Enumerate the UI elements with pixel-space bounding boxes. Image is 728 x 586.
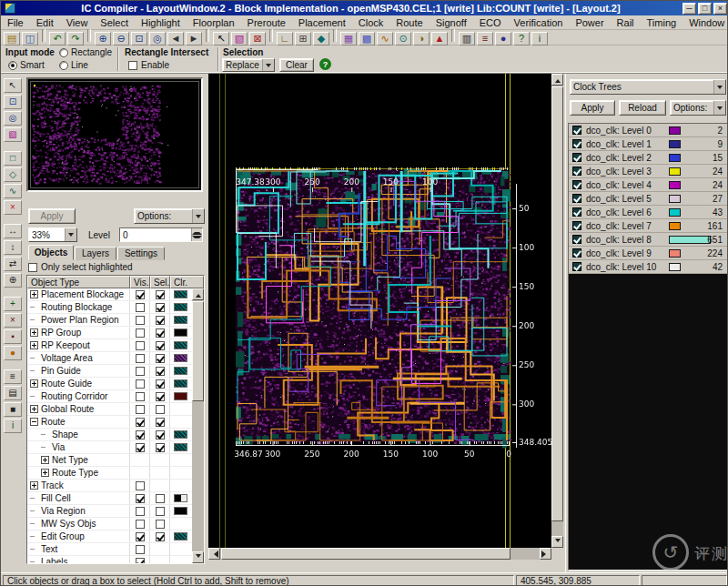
snap-icon[interactable]: ◆	[313, 32, 329, 45]
scroll-down-arrow[interactable]	[551, 536, 563, 548]
expand-icon[interactable]	[41, 456, 49, 464]
spin-down-icon[interactable]	[192, 235, 202, 241]
attributes-icon[interactable]: ≡	[4, 369, 22, 384]
minimize-button[interactable]: ─	[682, 3, 696, 15]
delete-object-icon[interactable]: ×	[4, 200, 22, 215]
menu-verification[interactable]: Verification	[508, 16, 570, 29]
clock-level-color-swatch[interactable]	[669, 195, 681, 203]
color-swatch[interactable]	[174, 507, 187, 515]
layout-viewport[interactable]	[208, 74, 551, 548]
apply-button[interactable]: Apply	[28, 208, 76, 224]
selectability-checkbox[interactable]	[156, 532, 165, 541]
enable-checkbox[interactable]	[128, 61, 137, 70]
clock-level-color-swatch[interactable]	[669, 126, 681, 135]
create-path-icon[interactable]: ∿	[4, 184, 22, 198]
object-type-row[interactable]: Route	[27, 416, 192, 429]
visibility-checkbox[interactable]	[136, 545, 145, 554]
column-object-type[interactable]: Object Type	[27, 276, 130, 288]
object-type-row[interactable]: MW Sys Objs	[27, 518, 192, 530]
radio-rectangle-icon[interactable]	[59, 48, 68, 57]
object-type-row[interactable]: Shape	[27, 429, 192, 441]
object-type-row[interactable]: Route Type	[27, 467, 192, 480]
placement-icon[interactable]: ▩	[359, 32, 375, 45]
clock-level-checkbox[interactable]	[572, 207, 581, 217]
color-swatch[interactable]	[174, 430, 187, 439]
info-tool-icon[interactable]: i	[4, 419, 22, 433]
clock-level-row[interactable]: dco_clk: Level 9224	[569, 247, 727, 260]
timing-icon[interactable]: ◑	[413, 32, 430, 45]
visibility-checkbox[interactable]	[136, 341, 145, 350]
visibility-checkbox[interactable]	[136, 303, 145, 312]
select-mode-icon[interactable]: ↖	[213, 32, 229, 45]
object-type-row[interactable]: Net Type	[27, 454, 192, 467]
clock-level-checkbox[interactable]	[572, 167, 581, 176]
clock-level-color-swatch[interactable]	[669, 154, 681, 162]
pan-tool-icon[interactable]: ◎	[4, 111, 22, 126]
clock-options-combo[interactable]: Options:	[670, 100, 726, 116]
message-log-icon[interactable]: ≡	[477, 32, 493, 45]
layout-vscrollbar[interactable]	[551, 74, 563, 548]
clock-level-row[interactable]: dco_clk: Level 324	[569, 165, 727, 178]
clock-level-row[interactable]: dco_clk: Level 527	[569, 192, 727, 206]
map-mode-icon[interactable]: ▥	[459, 32, 475, 45]
visibility-checkbox[interactable]	[136, 430, 145, 440]
highlight-icon[interactable]: ▧	[231, 32, 248, 45]
column-clr[interactable]: Clr.	[170, 276, 204, 288]
scroll-thumb[interactable]	[192, 301, 204, 401]
stretch-tool-icon[interactable]: ↕	[4, 240, 22, 255]
clear-button[interactable]: Clear	[279, 58, 314, 72]
color-swatch[interactable]	[174, 303, 187, 311]
zoom-box-tool-icon[interactable]: ⊡	[4, 95, 22, 109]
lock-tool-icon[interactable]: ■	[4, 402, 22, 417]
object-type-row[interactable]: Pin Guide	[27, 365, 192, 378]
maximize-button[interactable]: □	[698, 3, 712, 15]
expand-icon[interactable]	[41, 469, 49, 477]
radio-line-icon[interactable]	[59, 61, 68, 70]
add-route-icon[interactable]: +	[4, 297, 22, 311]
object-type-row[interactable]: Edit Group	[27, 530, 192, 543]
visibility-checkbox[interactable]	[136, 507, 145, 516]
clock-tree-icon[interactable]: ⊙	[395, 32, 411, 45]
visibility-checkbox[interactable]	[136, 392, 145, 401]
object-type-row[interactable]: Text	[27, 543, 192, 556]
object-type-row[interactable]: Fill Cell	[27, 492, 192, 505]
power-icon[interactable]: ▲	[431, 32, 448, 45]
object-type-row[interactable]: RP Group	[27, 327, 192, 339]
radio-smart-icon[interactable]	[8, 61, 17, 70]
copy-tool-icon[interactable]: ⊕	[4, 273, 22, 288]
clock-level-row[interactable]: dco_clk: Level 7161	[569, 219, 727, 233]
clock-reload-button[interactable]: Reload	[619, 100, 666, 116]
clock-level-color-swatch[interactable]	[669, 208, 681, 217]
visibility-checkbox[interactable]	[136, 418, 145, 427]
object-type-row[interactable]: Route Guide	[27, 378, 192, 390]
clock-level-checkbox[interactable]	[572, 235, 581, 244]
tab-layers[interactable]: Layers	[75, 247, 116, 260]
menu-window[interactable]: Window	[682, 16, 728, 29]
highlight-tool-icon[interactable]: ▧	[4, 127, 22, 142]
clock-level-color-swatch[interactable]	[669, 181, 681, 189]
object-type-row[interactable]: Power Plan Region	[27, 314, 192, 327]
selectability-checkbox[interactable]	[156, 392, 165, 401]
enable-checkbox-row[interactable]: Enable	[128, 60, 169, 70]
object-type-row[interactable]: Routing Blockage	[27, 301, 192, 314]
menu-power[interactable]: Power	[569, 16, 610, 29]
grid-icon[interactable]: ⊞	[295, 32, 311, 45]
visibility-checkbox[interactable]	[136, 558, 145, 564]
options-combo[interactable]: Options:	[134, 208, 205, 224]
clock-trees-combo[interactable]: Clock Trees	[570, 79, 726, 95]
selectability-checkbox[interactable]	[156, 354, 165, 363]
create-poly-icon[interactable]: ◇	[4, 167, 22, 182]
clock-level-checkbox[interactable]	[572, 221, 581, 230]
menu-clock[interactable]: Clock	[352, 16, 390, 29]
visibility-checkbox[interactable]	[136, 481, 145, 490]
color-swatch[interactable]	[174, 354, 187, 362]
only-select-highlighted-checkbox[interactable]	[28, 263, 37, 272]
layout-hscrollbar[interactable]	[208, 548, 551, 560]
create-rect-icon[interactable]: □	[4, 151, 22, 166]
visibility-checkbox[interactable]	[136, 367, 145, 376]
floorplan-icon[interactable]: ▦	[340, 32, 357, 45]
object-type-row[interactable]: Via	[27, 441, 192, 454]
ruler-icon[interactable]: ∟	[277, 32, 293, 45]
cut-route-icon[interactable]: ×	[4, 313, 22, 328]
chevron-down-icon[interactable]	[713, 80, 725, 94]
